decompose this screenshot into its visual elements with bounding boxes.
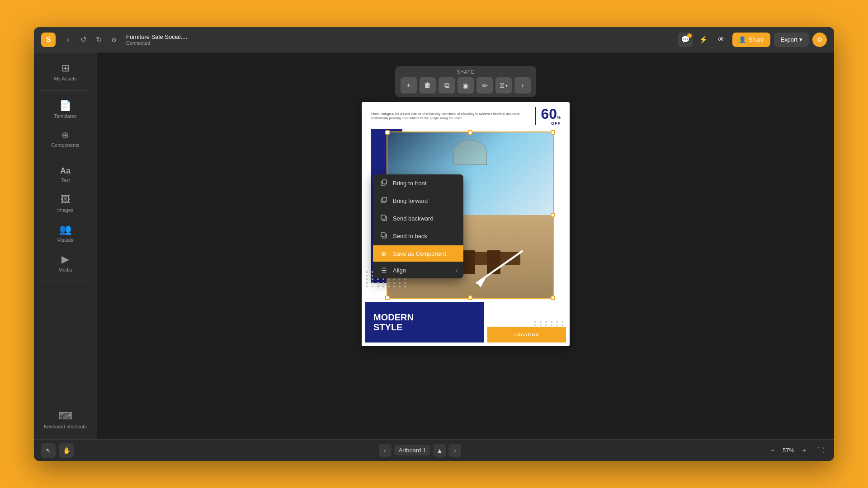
ctx-send-to-back[interactable]: Send to back <box>373 227 463 245</box>
share-icon: 👤 <box>739 36 746 43</box>
location-text: LOCATION <box>514 333 539 337</box>
toolbar-layers-button[interactable]: ⧖▾ <box>495 77 512 94</box>
fullscreen-button[interactable]: ⛶ <box>814 444 827 457</box>
align-label: Align <box>393 267 406 274</box>
toolbar-border-button[interactable]: ✏ <box>476 77 493 94</box>
toolbar-copy-button[interactable]: ⧉ <box>439 77 455 94</box>
sidebar-item-my-assets[interactable]: ⊞ My Assets <box>38 58 93 86</box>
shape-toolbar: SHAPE + 🗑 ⧉ ◉ ✏ ⧖▾ › <box>395 66 536 97</box>
ctx-align[interactable]: ☰ Align › <box>373 262 463 278</box>
sidebar-item-templates[interactable]: 📄 Templates <box>38 95 93 123</box>
my-assets-icon: ⊞ <box>61 62 70 74</box>
title-info: Furniture Sale Social.... Connected <box>126 33 673 46</box>
ctx-bring-forward[interactable]: Bring forward <box>373 192 463 210</box>
bottom-toolbar: ↖ ✋ ‹ Artboard 1 ▲ › − 57% + ⛶ <box>34 439 834 461</box>
ctx-save-as-component[interactable]: ⊕ Save as Component <box>373 245 463 262</box>
zoom-out-button[interactable]: − <box>766 444 779 457</box>
sidebar: ⊞ My Assets 📄 Templates ⊕ Components Aa … <box>34 52 97 439</box>
main-content: ⊞ My Assets 📄 Templates ⊕ Components Aa … <box>34 52 834 439</box>
toolbar-fill-button[interactable]: ◉ <box>458 77 474 94</box>
artboard-divider <box>535 107 536 125</box>
align-icon: ☰ <box>379 267 388 274</box>
room-chair-3 <box>462 250 476 274</box>
nav-buttons: ‹ ↺ ↻ ⚙ <box>61 33 121 47</box>
sidebar-item-keyboard-shortcuts[interactable]: ⌨ Keyboard shortcuts <box>38 406 93 434</box>
title-bar-right: 💬 ⚡ 👁 👤 Share Export ▾ O <box>678 33 827 47</box>
bring-to-front-icon <box>379 179 388 188</box>
artboard-bottom: MODERNSTYLE LOCATION <box>362 287 570 346</box>
zoom-controls: − 57% + ⛶ <box>766 444 827 457</box>
sidebar-label-components: Components <box>51 142 79 148</box>
sidebar-item-text[interactable]: Aa Text <box>38 162 93 188</box>
location-box: LOCATION <box>487 327 566 343</box>
connection-status: Connected <box>126 40 673 46</box>
export-button[interactable]: Export ▾ <box>774 33 809 47</box>
app-window: S ‹ ↺ ↻ ⚙ Furniture Sale Social.... Conn… <box>34 27 834 461</box>
sidebar-item-visuals[interactable]: 👥 Visuals <box>38 219 93 247</box>
artboard-name: Artboard 1 <box>394 445 431 455</box>
artboard-prev-button[interactable]: ‹ <box>379 444 392 457</box>
artboard-navigation: ‹ Artboard 1 ▲ › <box>379 444 462 457</box>
sidebar-item-media[interactable]: ▶ Media <box>38 249 93 277</box>
discount-percent: % <box>557 115 561 120</box>
bottom-toolbar-center: ‹ Artboard 1 ▲ › <box>77 444 763 457</box>
canvas-area[interactable]: SHAPE + 🗑 ⧉ ◉ ✏ ⧖▾ › Interior design is … <box>97 52 834 439</box>
sidebar-label-my-assets: My Assets <box>54 76 76 81</box>
preview-button[interactable]: 👁 <box>714 33 729 47</box>
user-avatar: O <box>812 33 827 47</box>
svg-rect-5 <box>381 215 385 219</box>
room-chair-4 <box>487 250 500 274</box>
keyboard-icon: ⌨ <box>58 410 73 422</box>
hand-tool-button[interactable]: ✋ <box>59 443 74 458</box>
zoom-level: 57% <box>783 447 794 454</box>
artboard-next-button[interactable]: › <box>448 444 461 457</box>
modern-style-box: MODERNSTYLE <box>365 302 484 343</box>
sidebar-label-templates: Templates <box>54 113 76 119</box>
sidebar-divider-2 <box>40 157 90 157</box>
zoom-in-button[interactable]: + <box>798 444 811 457</box>
settings-button[interactable]: ⚙ <box>107 33 121 47</box>
ctx-bring-to-front[interactable]: Bring to front <box>373 174 463 192</box>
comments-button[interactable]: 💬 <box>678 33 693 47</box>
toolbar-add-button[interactable]: + <box>401 77 417 94</box>
bring-to-front-label: Bring to front <box>393 180 426 187</box>
toolbar-delete-button[interactable]: 🗑 <box>420 77 436 94</box>
sidebar-label-images: Images <box>57 207 73 213</box>
templates-icon: 📄 <box>59 100 71 112</box>
document-title: Furniture Sale Social.... <box>126 33 673 40</box>
context-menu: Bring to front Bring forward <box>373 174 463 278</box>
send-backward-icon <box>379 214 388 223</box>
sidebar-item-images[interactable]: 🖼 Images <box>38 189 93 217</box>
redo-button[interactable]: ↻ <box>92 33 105 47</box>
images-icon: 🖼 <box>61 194 71 206</box>
sidebar-label-media: Media <box>59 267 72 272</box>
app-logo: S <box>41 33 56 47</box>
send-to-back-icon <box>379 232 388 240</box>
artboard-top-text: Interior design is the art and science o… <box>371 112 531 121</box>
comment-badge <box>687 33 692 38</box>
modern-style-text: MODERNSTYLE <box>373 312 476 332</box>
svg-rect-3 <box>382 197 387 202</box>
save-component-icon: ⊕ <box>379 250 388 257</box>
align-arrow-icon: › <box>456 268 457 273</box>
sidebar-item-components[interactable]: ⊕ Components <box>38 125 93 152</box>
sidebar-divider-3 <box>40 282 90 282</box>
cursor-tool-button[interactable]: ↖ <box>41 443 56 458</box>
undo-button[interactable]: ↺ <box>76 33 90 47</box>
ctx-send-backward[interactable]: Send backward <box>373 210 463 227</box>
bring-forward-icon <box>379 197 388 205</box>
artboard-top-section: Interior design is the art and science o… <box>362 102 570 130</box>
share-button[interactable]: 👤 Share <box>732 33 771 47</box>
svg-rect-1 <box>382 180 387 184</box>
save-component-label: Save as Component <box>393 250 446 257</box>
sidebar-divider-1 <box>40 90 90 91</box>
toolbar-more-button[interactable]: › <box>514 77 531 94</box>
sidebar-label-keyboard-shortcuts: Keyboard shortcuts <box>44 424 87 429</box>
back-button[interactable]: ‹ <box>61 33 75 47</box>
sidebar-label-visuals: Visuals <box>57 237 73 243</box>
lightning-button[interactable]: ⚡ <box>696 33 711 47</box>
chandelier <box>453 140 487 165</box>
components-icon: ⊕ <box>61 130 69 141</box>
send-to-back-label: Send to back <box>393 233 427 239</box>
artboard-up-button[interactable]: ▲ <box>433 444 446 457</box>
